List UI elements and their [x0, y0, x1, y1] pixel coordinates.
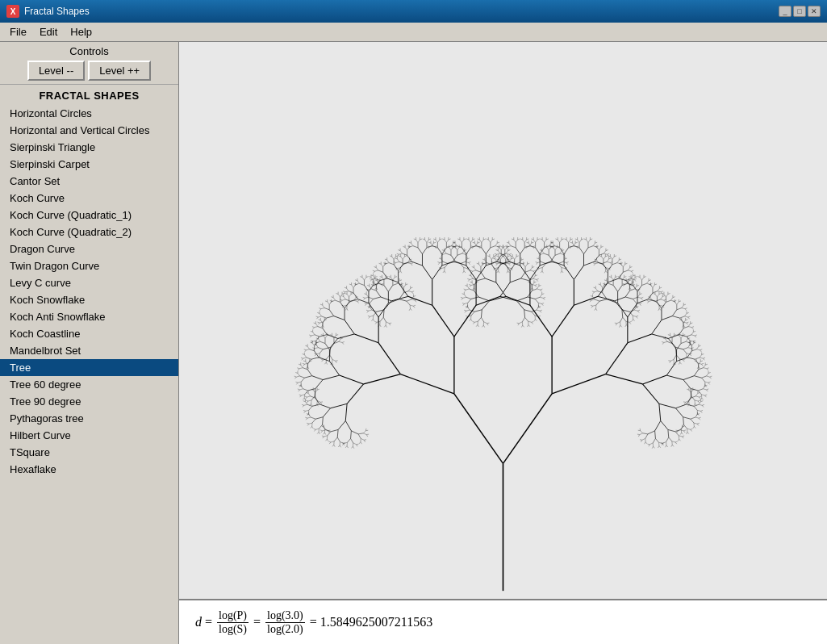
- formula-value: 1.5849625007211563: [320, 615, 432, 629]
- sidebar-item-koch-curve[interactable]: Koch Curve: [0, 190, 178, 207]
- sidebar-item-pythagoras-tree[interactable]: Pythagoras tree: [0, 410, 178, 427]
- main-layout: Controls Level -- Level ++ FRACTAL SHAPE…: [0, 42, 827, 644]
- fractal-shapes-label: FRACTAL SHAPES: [0, 85, 178, 105]
- sidebar-item-koch-curve-q1[interactable]: Koch Curve (Quadratic_1): [0, 207, 178, 224]
- formula-frac2-top: log(3.0): [265, 609, 305, 623]
- window-title: Fractal Shapes: [24, 6, 774, 17]
- menu-edit[interactable]: Edit: [33, 24, 64, 40]
- sidebar-item-mandelbrot-set[interactable]: Mandelbrot Set: [0, 342, 178, 359]
- formula-eq2: =: [253, 615, 261, 629]
- formula-frac1-top: log(P): [217, 609, 249, 623]
- maximize-button[interactable]: □: [793, 6, 806, 17]
- menu-file[interactable]: File: [3, 24, 33, 40]
- formula-frac1-bottom: log(S): [217, 623, 249, 636]
- level-minus-button[interactable]: Level --: [27, 61, 85, 81]
- sidebar-item-sierpinski-carpet[interactable]: Sierpinski Carpet: [0, 156, 178, 173]
- sidebar-item-levy-c-curve[interactable]: Levy C curve: [0, 274, 178, 291]
- sidebar-item-hexaflake[interactable]: Hexaflake: [0, 461, 178, 478]
- titlebar: X Fractal Shapes _ □ ✕: [0, 0, 827, 23]
- sidebar-item-tree-90[interactable]: Tree 90 degree: [0, 393, 178, 410]
- sidebar-item-koch-curve-q2[interactable]: Koch Curve (Quadratic_2): [0, 224, 178, 240]
- formula-frac2: log(3.0) log(2.0): [265, 609, 305, 636]
- sidebar-item-tsquare[interactable]: TSquare: [0, 444, 178, 461]
- formula-bar: d = log(P) log(S) = log(3.0) log(2.0) = …: [179, 599, 827, 644]
- formula: d = log(P) log(S) = log(3.0) log(2.0) = …: [195, 609, 432, 636]
- sidebar-item-koch-anti-snowflake[interactable]: Koch Anti Snowflake: [0, 308, 178, 325]
- sidebar-item-dragon-curve[interactable]: Dragon Curve: [0, 240, 178, 257]
- sidebar-item-koch-snowflake[interactable]: Koch Snowflake: [0, 291, 178, 308]
- canvas-area: d = log(P) log(S) = log(3.0) log(2.0) = …: [179, 42, 827, 644]
- sidebar-item-tree[interactable]: Tree: [0, 359, 178, 376]
- formula-frac1: log(P) log(S): [217, 609, 249, 636]
- sidebar-item-horizontal-circles[interactable]: Horizontal Circles: [0, 105, 178, 122]
- sidebar-item-koch-coastline[interactable]: Koch Coastline: [0, 325, 178, 342]
- menubar: File Edit Help: [0, 23, 827, 42]
- sidebar-item-cantor-set[interactable]: Cantor Set: [0, 173, 178, 190]
- controls-buttons: Level -- Level ++: [6, 61, 172, 81]
- sidebar-item-hilbert-curve[interactable]: Hilbert Curve: [0, 427, 178, 444]
- close-button[interactable]: ✕: [808, 6, 821, 17]
- menu-help[interactable]: Help: [64, 24, 98, 40]
- sidebar-item-sierpinski-triangle[interactable]: Sierpinski Triangle: [0, 139, 178, 156]
- controls-label: Controls: [6, 45, 172, 57]
- window-controls: _ □ ✕: [779, 6, 821, 17]
- fractal-svg: [179, 42, 827, 599]
- app-icon: X: [6, 5, 19, 18]
- fractal-canvas: [179, 42, 827, 599]
- sidebar-item-twin-dragon-curve[interactable]: Twin Dragon Curve: [0, 257, 178, 274]
- sidebar-item-horizontal-vertical-circles[interactable]: Horizontal and Vertical Circles: [0, 122, 178, 139]
- level-plus-button[interactable]: Level ++: [88, 61, 151, 81]
- minimize-button[interactable]: _: [779, 6, 791, 17]
- formula-d: d: [195, 615, 202, 629]
- shape-list[interactable]: Horizontal CirclesHorizontal and Vertica…: [0, 105, 178, 644]
- sidebar-item-tree-60[interactable]: Tree 60 degree: [0, 376, 178, 393]
- sidebar: Controls Level -- Level ++ FRACTAL SHAPE…: [0, 42, 179, 644]
- controls-section: Controls Level -- Level ++: [0, 42, 178, 85]
- formula-eq3: =: [310, 615, 317, 629]
- formula-frac2-bottom: log(2.0): [265, 623, 305, 636]
- formula-eq1: =: [205, 615, 212, 629]
